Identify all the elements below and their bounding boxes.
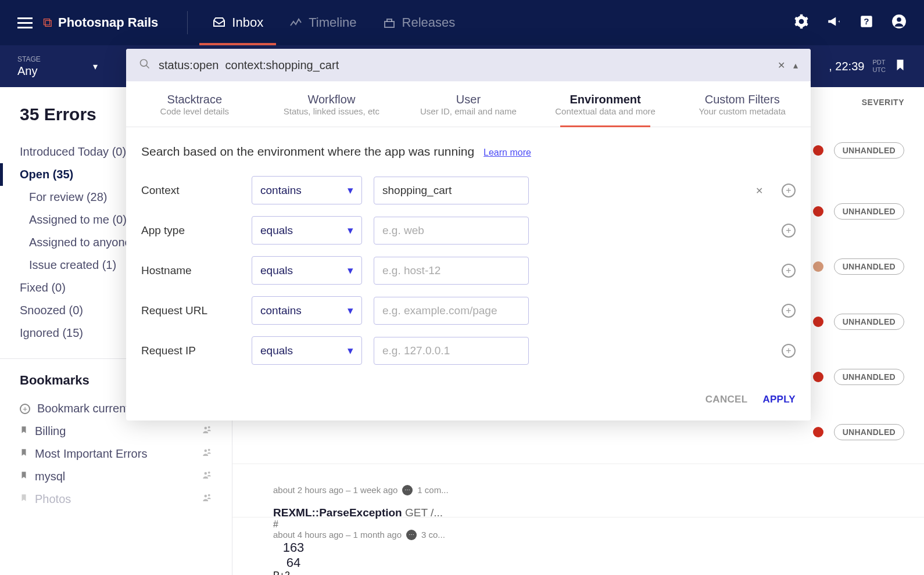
error-title: REXML::ParseException [273, 506, 402, 519]
help-icon[interactable]: ? [859, 14, 874, 31]
chevron-down-icon: ▾ [348, 344, 353, 357]
filter-value-input[interactable] [374, 217, 529, 245]
chevron-down-icon: ▾ [348, 184, 353, 197]
severity-cell: UNHANDLED [813, 203, 904, 220]
settings-icon[interactable] [794, 14, 809, 31]
timestamp: , 22:39 [829, 60, 864, 73]
severity-cell: UNHANDLED [813, 314, 904, 330]
filter-row: Hostnameequals▾+ [141, 256, 796, 285]
bookmark-icon [20, 425, 28, 438]
add-filter-icon[interactable]: + [782, 224, 796, 238]
svg-rect-0 [385, 21, 394, 27]
severity-dot [813, 145, 823, 156]
error-row[interactable]: REXML::ParseException GET /...#about 4 h… [232, 517, 924, 575]
svg-point-11 [205, 495, 207, 498]
nav-timeline[interactable]: Timeline [276, 0, 369, 45]
error-info: about 2 hours ago – 1 week ago ⋯ 1 com..… [273, 485, 471, 495]
severity-dot [813, 206, 823, 217]
tab-custom-filters[interactable]: Custom FiltersYour custom metadata [674, 81, 811, 127]
stage-selector[interactable]: STAGE Any [17, 55, 41, 78]
tab-environment[interactable]: EnvironmentContextual data and more [537, 81, 674, 127]
bookmark-item[interactable]: Most Important Errors [0, 443, 232, 465]
filter-row: Contextcontains▾✕+ [141, 176, 796, 204]
status-pill: UNHANDLED [834, 258, 904, 275]
share-icon[interactable] [202, 470, 212, 483]
filter-value-input[interactable] [374, 177, 529, 204]
operator-select[interactable]: equals▾ [252, 216, 362, 245]
learn-more-link[interactable]: Learn more [484, 148, 531, 157]
add-filter-icon[interactable]: + [782, 264, 796, 278]
search-input[interactable] [159, 59, 769, 72]
tab-title: Custom Filters [674, 93, 811, 106]
search-icon [139, 58, 151, 72]
bookmark-item[interactable]: Billing [0, 420, 232, 443]
announcements-icon[interactable] [826, 14, 841, 31]
tab-subtitle: Code level details [126, 106, 263, 116]
clear-search-icon[interactable]: ✕ [778, 60, 785, 71]
bookmark-item[interactable]: Photos [0, 488, 232, 511]
filter-row: Request IPequals▾+ [141, 336, 796, 365]
filter-value-input[interactable] [374, 257, 529, 285]
svg-point-4 [897, 17, 901, 22]
bookmark-label: mysql [35, 470, 65, 483]
operator-select[interactable]: contains▾ [252, 296, 362, 325]
collapse-icon[interactable]: ▴ [793, 60, 798, 71]
clear-icon[interactable]: ✕ [755, 185, 763, 196]
comments-icon: ⋯ [406, 530, 417, 540]
tab-subtitle: Your custom metadata [674, 106, 811, 116]
nav-releases[interactable]: Releases [370, 0, 468, 45]
menu-icon[interactable] [17, 17, 33, 28]
svg-point-12 [208, 494, 210, 497]
tab-title: Environment [537, 93, 674, 106]
operator-select[interactable]: equals▾ [252, 336, 362, 365]
search-builder-modal: ✕ ▴ StacktraceCode level detailsWorkflow… [126, 49, 811, 421]
filter-value-input[interactable] [374, 337, 529, 365]
chevron-down-icon: ▾ [348, 264, 353, 277]
error-time: about 2 hours ago – 1 week ago ⋯ 1 com..… [273, 485, 471, 495]
modal-footer: CANCEL APPLY [126, 394, 811, 421]
stage-label: STAGE [17, 55, 41, 63]
account-icon[interactable] [891, 14, 907, 31]
svg-point-10 [208, 472, 210, 474]
tab-subtitle: Status, linked issues, etc [263, 106, 400, 116]
add-filter-icon[interactable]: + [782, 184, 796, 197]
tab-stacktrace[interactable]: StacktraceCode level details [126, 81, 263, 127]
severity-cell: UNHANDLED [813, 369, 904, 385]
severity-cell: UNHANDLED [813, 258, 904, 275]
status-pill: UNHANDLED [834, 203, 904, 220]
add-filter-icon[interactable]: + [782, 344, 796, 358]
tab-subtitle: Contextual data and more [537, 106, 674, 116]
share-icon[interactable] [202, 425, 212, 438]
svg-point-8 [208, 449, 210, 451]
bookmark-label: Most Important Errors [35, 447, 147, 461]
priority-chip: P+2 [273, 570, 471, 576]
svg-point-7 [205, 450, 207, 452]
tab-user[interactable]: UserUser ID, email and name [400, 81, 537, 127]
operator-select[interactable]: contains▾ [252, 176, 362, 204]
share-icon[interactable] [202, 447, 212, 461]
error-info: REXML::ParseException GET /...#about 4 h… [273, 506, 471, 576]
chevron-down-icon: ▾ [348, 304, 353, 317]
section-description: Search based on the environment where th… [141, 145, 796, 159]
chevron-down-icon[interactable]: ▾ [93, 61, 98, 72]
tab-workflow[interactable]: WorkflowStatus, linked issues, etc [263, 81, 400, 127]
error-time: about 4 hours ago – 1 month ago ⋯ 3 co..… [273, 530, 471, 540]
filter-row: App typeequals▾+ [141, 216, 796, 245]
apply-button[interactable]: APPLY [762, 394, 796, 405]
share-icon[interactable] [202, 493, 212, 506]
error-method: GET /... [405, 506, 443, 519]
nav-inbox[interactable]: Inbox [199, 0, 276, 45]
chevron-down-icon: ▾ [348, 224, 353, 237]
bookmark-icon[interactable] [894, 57, 907, 76]
severity-header: SEVERITY [862, 98, 904, 107]
tab-title: Stacktrace [126, 93, 263, 106]
status-pill: UNHANDLED [834, 314, 904, 330]
add-filter-icon[interactable]: + [782, 304, 796, 318]
filter-value-input[interactable] [374, 297, 529, 325]
operator-select[interactable]: equals▾ [252, 256, 362, 285]
cancel-button[interactable]: CANCEL [705, 394, 748, 405]
severity-cell: UNHANDLED [813, 424, 904, 440]
filter-row: Request URLcontains▾+ [141, 296, 796, 325]
bookmark-item[interactable]: mysql [0, 465, 232, 488]
search-bar: ✕ ▴ [126, 49, 811, 81]
